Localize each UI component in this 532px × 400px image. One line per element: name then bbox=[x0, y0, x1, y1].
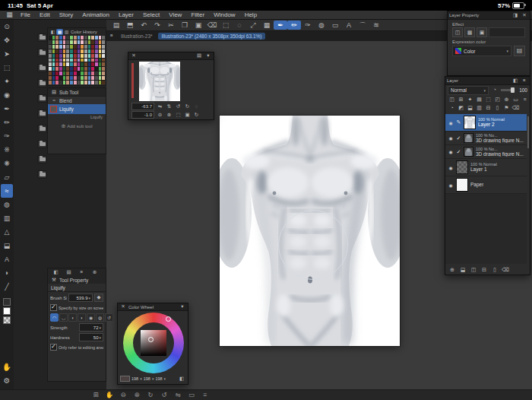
color-swatch[interactable] bbox=[52, 71, 55, 75]
flag-icon[interactable]: ⚑ bbox=[502, 104, 511, 112]
navigator-slider[interactable] bbox=[131, 63, 134, 98]
color-swatch[interactable] bbox=[66, 54, 69, 58]
delete-layer-icon[interactable]: ⌫ bbox=[511, 104, 520, 112]
color-swatch[interactable] bbox=[81, 71, 84, 75]
color-swatch[interactable] bbox=[70, 67, 73, 71]
flip-icon[interactable]: ⇋ bbox=[172, 391, 184, 400]
color-swatch[interactable] bbox=[81, 59, 84, 62]
reference-icon[interactable]: ⊞ bbox=[457, 96, 465, 103]
color-swatch[interactable] bbox=[84, 76, 87, 80]
color-swatch[interactable] bbox=[84, 45, 87, 49]
brush-size-dynamics-icon[interactable]: ◆ bbox=[94, 294, 103, 302]
blend-icon[interactable]: ◔ bbox=[448, 104, 456, 112]
color-swatch[interactable] bbox=[88, 36, 91, 40]
canvas-page[interactable] bbox=[220, 116, 400, 346]
color-swatch[interactable] bbox=[52, 59, 55, 62]
pen-tool[interactable]: ✒ bbox=[1, 102, 13, 116]
color-swatch[interactable] bbox=[49, 49, 52, 53]
color-swatch[interactable] bbox=[66, 81, 69, 84]
color-swatch[interactable] bbox=[99, 81, 102, 84]
color-swatch[interactable] bbox=[70, 36, 73, 40]
layer-color-effect-icon[interactable]: ▣ bbox=[477, 27, 487, 37]
menu-item-layer[interactable]: Layer bbox=[114, 11, 138, 18]
layer-panel-options-icon[interactable]: ≡ bbox=[521, 78, 528, 84]
zoom-in-icon[interactable]: ⊕ bbox=[131, 391, 143, 400]
color-swatch[interactable] bbox=[52, 62, 55, 66]
color-swatch[interactable] bbox=[74, 81, 77, 84]
color-swatch[interactable] bbox=[70, 62, 73, 66]
palette-folder-icon[interactable] bbox=[37, 155, 47, 163]
frame-icon[interactable]: ▭ bbox=[328, 21, 342, 30]
color-swatch[interactable] bbox=[84, 40, 87, 44]
lock-alpha-icon[interactable]: ◰ bbox=[493, 96, 502, 103]
color-value[interactable]: 198 bbox=[155, 376, 162, 381]
line-correct-tool[interactable]: ╱ bbox=[1, 280, 13, 294]
color-swatch[interactable] bbox=[88, 54, 91, 58]
object-tool[interactable]: ➤ bbox=[1, 47, 13, 61]
color-swatch[interactable] bbox=[84, 62, 87, 66]
color-swatch[interactable] bbox=[88, 59, 91, 62]
visibility-eye-icon[interactable]: ◉ bbox=[448, 135, 454, 141]
color-swatch[interactable] bbox=[70, 49, 73, 53]
layer-row-1[interactable]: ◉✎100 % NormalLayer 2 bbox=[445, 114, 527, 132]
color-swatch[interactable] bbox=[99, 67, 102, 71]
color-swatch[interactable] bbox=[95, 36, 98, 40]
menu-item-help[interactable]: Help bbox=[240, 11, 261, 18]
color-swatch[interactable] bbox=[84, 67, 87, 71]
layer-row-4[interactable]: ◉100 % NormalLayer 1 bbox=[445, 159, 527, 176]
color-swatch[interactable] bbox=[95, 40, 98, 44]
figure-tool[interactable]: △ bbox=[1, 225, 13, 239]
color-swatch[interactable] bbox=[102, 81, 105, 84]
color-swatch[interactable] bbox=[63, 76, 66, 80]
color-swatch[interactable] bbox=[59, 54, 62, 58]
color-swatch[interactable] bbox=[49, 59, 52, 62]
color-swatch[interactable] bbox=[49, 62, 52, 66]
color-swatch[interactable] bbox=[66, 62, 69, 66]
subtool-item-liquify[interactable]: Liquify bbox=[48, 104, 106, 114]
color-swatch[interactable] bbox=[95, 76, 98, 80]
deselect-icon[interactable]: ◌ bbox=[233, 21, 246, 30]
selection-tool[interactable]: ⬚ bbox=[1, 61, 13, 75]
reset-view-icon[interactable]: ↻ bbox=[192, 112, 201, 119]
color-swatch[interactable] bbox=[81, 49, 84, 53]
foreground-color-chip[interactable] bbox=[3, 298, 11, 306]
color-swatch[interactable] bbox=[84, 81, 87, 84]
color-swatch[interactable] bbox=[70, 76, 73, 80]
panel-delete-icon[interactable]: ⌫ bbox=[501, 265, 510, 273]
color-swatch[interactable] bbox=[102, 67, 105, 71]
color-swatch[interactable] bbox=[95, 71, 98, 75]
document-tab-1[interactable]: Illustration-23* bbox=[117, 33, 157, 40]
palette-folder-icon[interactable] bbox=[37, 170, 47, 179]
color-swatch[interactable] bbox=[66, 67, 69, 71]
color-swatch[interactable] bbox=[52, 49, 55, 53]
color-swatch[interactable] bbox=[52, 67, 55, 71]
curve-icon[interactable]: ⌒ bbox=[356, 21, 369, 30]
color-swatch[interactable] bbox=[55, 59, 59, 62]
menu-item-file[interactable]: File bbox=[16, 11, 35, 18]
color-swatch[interactable] bbox=[63, 45, 66, 49]
liquify-expand-icon[interactable]: ◉ bbox=[87, 313, 95, 322]
text-tool[interactable]: A bbox=[1, 252, 13, 266]
color-swatch[interactable] bbox=[78, 59, 81, 62]
palette-folder-icon[interactable] bbox=[37, 94, 47, 103]
menu-item-window[interactable]: Window bbox=[209, 11, 239, 18]
color-swatch[interactable] bbox=[91, 81, 94, 84]
zoom-out-icon[interactable]: ⊖ bbox=[156, 112, 164, 119]
cut-icon[interactable]: ✂ bbox=[164, 21, 178, 30]
color-swatch[interactable] bbox=[84, 59, 87, 62]
color-swatch[interactable] bbox=[81, 54, 84, 58]
new-canvas-icon[interactable]: ▤ bbox=[109, 21, 123, 30]
color-swatch[interactable] bbox=[74, 49, 77, 53]
color-swatch[interactable] bbox=[66, 49, 69, 53]
color-swatch[interactable] bbox=[52, 40, 55, 44]
tool-property-tab-icon-3[interactable]: ≡ bbox=[76, 269, 87, 276]
color-swatch[interactable] bbox=[78, 49, 81, 53]
color-swatch[interactable] bbox=[59, 62, 62, 66]
color-swatch[interactable] bbox=[55, 36, 59, 40]
color-swatch[interactable] bbox=[91, 67, 94, 71]
color-swatch[interactable] bbox=[49, 81, 52, 84]
pencil-icon[interactable]: ✏ bbox=[287, 21, 301, 30]
color-swatch[interactable] bbox=[81, 81, 84, 84]
color-swatch[interactable] bbox=[74, 67, 77, 71]
rotate-ccw-icon[interactable]: ↺ bbox=[174, 103, 182, 110]
